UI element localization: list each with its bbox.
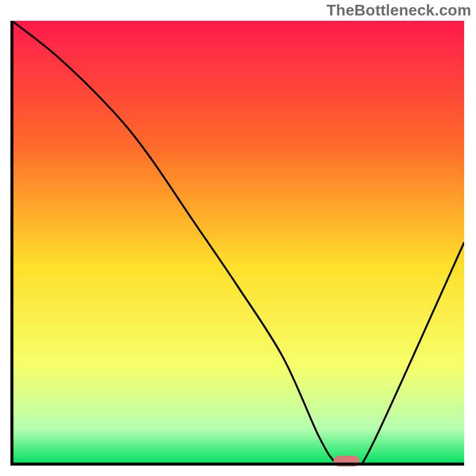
chart-frame: TheBottleneck.com: [0, 0, 476, 476]
bottleneck-chart: [0, 0, 476, 476]
watermark-text: TheBottleneck.com: [327, 1, 471, 20]
gradient-background: [12, 21, 464, 464]
